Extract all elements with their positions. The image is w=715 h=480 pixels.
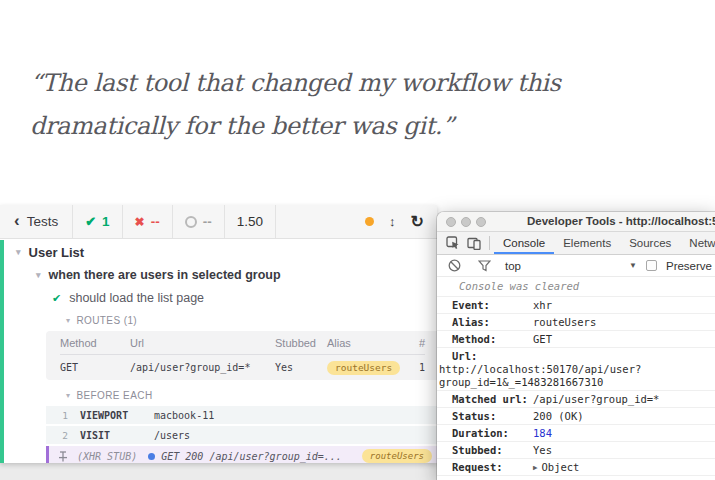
command-row[interactable]: 1 VIEWPORT macbook-11 xyxy=(46,406,437,424)
console-entry: Status:200 (OK) xyxy=(437,407,715,424)
toolbar-divider xyxy=(489,236,490,250)
console-key: Url: xyxy=(452,350,533,363)
col-count: # xyxy=(419,337,425,349)
devtools-tabbar: Console Elements Sources Network Tim xyxy=(437,232,715,255)
command-name: VIEWPORT xyxy=(80,410,154,421)
reload-icon[interactable]: ↻ xyxy=(411,214,424,230)
console-value: Object xyxy=(542,461,580,473)
tab-network[interactable]: Network xyxy=(680,232,715,254)
status-dot-icon xyxy=(365,217,374,226)
console-entry: Alias:routeUsers xyxy=(437,313,715,330)
command-row[interactable]: 2 VISIT /users xyxy=(46,426,437,444)
col-url: Url xyxy=(130,337,275,349)
console-key: Request: xyxy=(452,461,533,474)
console-entry: Response:▶Object xyxy=(437,475,715,480)
routes-section-label: ROUTES (1) xyxy=(76,315,137,326)
filter-icon[interactable] xyxy=(475,257,493,275)
routes-section-toggle[interactable]: ▾ ROUTES (1) xyxy=(66,315,437,326)
minimize-window-icon[interactable] xyxy=(461,217,471,227)
testimonial-quote: “The last tool that changed my workflow … xyxy=(30,62,702,148)
caret-down-icon: ▾ xyxy=(66,390,70,401)
console-toolbar: top ▼ Preserve xyxy=(437,255,715,277)
route-alias: routeUsers xyxy=(327,361,413,375)
suite-title: User List xyxy=(29,246,85,259)
check-icon: ✔ xyxy=(52,292,61,305)
command-line-number: 1 xyxy=(46,410,68,421)
console-value: /api/user?group_id=* xyxy=(533,393,659,405)
console-key: Status: xyxy=(452,410,533,423)
caret-down-icon[interactable]: ▾ xyxy=(16,246,21,259)
console-entry: Url:http://localhost:50170/api/user?grou… xyxy=(437,347,715,390)
console-value: GET xyxy=(533,333,552,345)
console-value: http://localhost:50170/api/user?group_id… xyxy=(439,363,641,388)
window-controls xyxy=(446,217,486,227)
route-method: GET xyxy=(60,362,130,373)
tab-sources[interactable]: Sources xyxy=(620,232,680,254)
run-duration-value: 1.50 xyxy=(237,214,263,229)
before-each-label: BEFORE EACH xyxy=(76,390,152,401)
pin-icon[interactable] xyxy=(58,451,68,462)
console-entry: Request:▶Object xyxy=(437,458,715,475)
circle-icon xyxy=(185,216,197,228)
tab-console[interactable]: Console xyxy=(494,232,554,254)
command-line-number: 2 xyxy=(46,430,68,441)
devtools-titlebar[interactable]: Developer Tools - http://localhost:5 xyxy=(437,212,715,232)
frame-context-selector[interactable]: top xyxy=(505,260,521,272)
console-value: Yes xyxy=(533,444,552,456)
console-value: 200 (OK) xyxy=(533,410,584,422)
console-entry: Duration:184 xyxy=(437,424,715,441)
xhr-stub-type: (XHR STUB) xyxy=(77,451,137,462)
clear-console-icon[interactable] xyxy=(445,257,463,275)
console-cleared-message: Console was cleared xyxy=(437,277,715,296)
xhr-stub-row[interactable]: (XHR STUB) GET 200 /api/user?group_id=..… xyxy=(46,446,437,463)
test-title: should load the list page xyxy=(69,292,204,305)
command-log: 1 VIEWPORT macbook-11 2 VISIT /users (XH… xyxy=(46,406,437,463)
suite-user-list[interactable]: ▾ User List xyxy=(16,246,437,259)
device-toolbar-icon[interactable] xyxy=(465,234,483,252)
route-row: GET /api/user?group_id=* Yes routeUsers … xyxy=(60,355,425,380)
pending-count: -- xyxy=(173,205,225,238)
console-value: 184 xyxy=(533,427,552,439)
preserve-log-checkbox[interactable] xyxy=(646,260,657,271)
run-duration: 1.50 xyxy=(225,205,276,238)
console-output: Console was cleared Event:xhr Alias:rout… xyxy=(437,277,715,480)
console-entry: Event:xhr xyxy=(437,296,715,313)
test-runner-panel: ‹ Tests ✔ 1 ✖ -- -- 1.50 ↕ ↻ ▾ User List xyxy=(0,205,437,463)
passed-count: ✔ 1 xyxy=(73,205,122,238)
test-should-load[interactable]: ✔ should load the list page xyxy=(52,292,437,305)
route-stubbed: Yes xyxy=(275,362,327,373)
expand-arrow-icon[interactable]: ▶ xyxy=(533,463,538,472)
routes-table-header: Method Url Stubbed Alias # xyxy=(60,331,425,354)
console-key: Stubbed: xyxy=(452,444,533,457)
col-method: Method xyxy=(60,337,130,349)
inspect-element-icon[interactable] xyxy=(444,234,462,252)
alias-badge: routeUsers xyxy=(327,361,400,375)
devtools-window-title: Developer Tools - http://localhost:5 xyxy=(527,212,715,231)
command-message: macbook-11 xyxy=(154,410,214,421)
command-message: /users xyxy=(154,430,190,441)
request-dot-icon xyxy=(148,453,155,460)
back-to-tests-button[interactable]: ‹ Tests xyxy=(0,205,73,238)
console-value: xhr xyxy=(533,299,552,311)
console-entry: Stubbed:Yes xyxy=(437,441,715,458)
close-window-icon[interactable] xyxy=(446,217,456,227)
console-key: Event: xyxy=(452,299,533,312)
console-value: routeUsers xyxy=(533,316,596,328)
failed-count: ✖ -- xyxy=(123,205,173,238)
auto-scroll-icon[interactable]: ↕ xyxy=(389,214,396,229)
caret-down-icon: ▾ xyxy=(66,315,70,326)
route-count: 1 xyxy=(419,362,425,373)
routes-table: Method Url Stubbed Alias # GET /api/user… xyxy=(46,331,437,380)
back-to-tests-label: Tests xyxy=(27,214,59,229)
tab-elements[interactable]: Elements xyxy=(554,232,620,254)
runner-header-actions: ↕ ↻ xyxy=(353,205,437,238)
zoom-window-icon[interactable] xyxy=(476,217,486,227)
chevron-left-icon: ‹ xyxy=(14,212,20,229)
suite-when-users[interactable]: ▾ when there are users in selected group xyxy=(36,269,437,282)
before-each-section-toggle[interactable]: ▾ BEFORE EACH xyxy=(66,390,437,401)
caret-down-icon[interactable]: ▾ xyxy=(36,269,41,282)
dropdown-arrow-icon[interactable]: ▼ xyxy=(629,261,637,270)
col-stubbed: Stubbed xyxy=(275,337,327,349)
alias-badge: routeUsers xyxy=(362,449,432,463)
route-url: /api/user?group_id=* xyxy=(130,362,275,373)
